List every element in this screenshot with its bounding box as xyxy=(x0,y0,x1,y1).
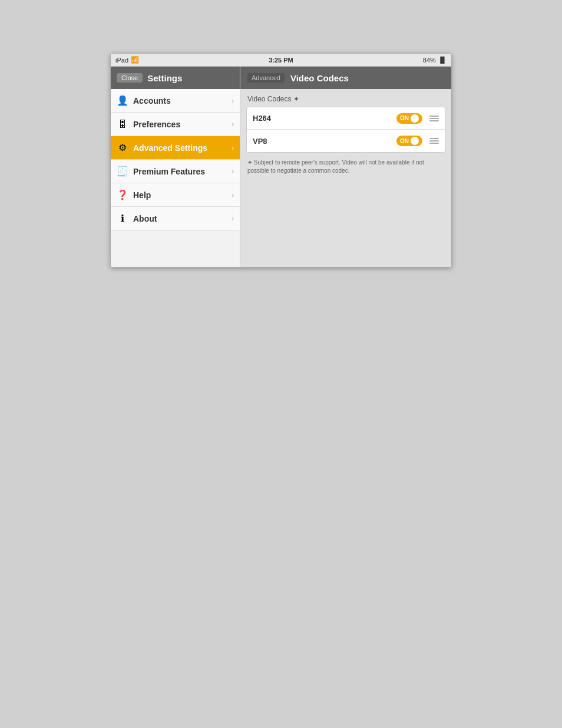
reorder-h264-icon[interactable] xyxy=(429,116,439,121)
toggle-h264[interactable]: ON xyxy=(396,113,422,124)
about-label: About xyxy=(133,214,227,223)
app-container: Close Settings 👤 Accounts › 🎛 Preference… xyxy=(111,67,451,267)
toggle-vp8-label: ON xyxy=(400,138,409,144)
sidebar-item-accounts[interactable]: 👤 Accounts › xyxy=(111,89,240,113)
advanced-settings-icon: ⚙ xyxy=(117,142,128,153)
sidebar-item-premium-features[interactable]: 🧾 Premium Features › xyxy=(111,160,240,183)
device-frame: iPad 📶 3:25 PM 84% ▐▌ Close Settings 👤 A… xyxy=(110,53,452,268)
help-icon: ❓ xyxy=(117,189,128,200)
sidebar-header: Close Settings xyxy=(111,67,240,89)
about-icon: ℹ xyxy=(117,213,128,224)
toggle-group-vp8: ON xyxy=(396,136,439,146)
toggle-vp8-circle xyxy=(411,137,419,145)
premium-features-label: Premium Features xyxy=(133,167,227,176)
toggle-group-h264: ON xyxy=(396,113,439,124)
sidebar: Close Settings 👤 Accounts › 🎛 Preference… xyxy=(111,67,240,267)
advanced-settings-label: Advanced Settings xyxy=(133,143,227,153)
breadcrumb: Advanced xyxy=(247,73,285,83)
premium-features-chevron: › xyxy=(232,167,234,176)
reorder-vp8-icon[interactable] xyxy=(429,138,439,144)
preferences-label: Preferences xyxy=(133,120,227,129)
sidebar-item-advanced-settings[interactable]: ⚙ Advanced Settings › xyxy=(111,136,240,160)
wifi-icon: 📶 xyxy=(131,56,139,64)
preferences-chevron: › xyxy=(232,120,234,129)
codec-list: H264 ON xyxy=(246,107,445,153)
advanced-settings-chevron: › xyxy=(232,144,234,152)
content-body: Video Codecs ✦ H264 ON xyxy=(240,89,451,267)
toggle-h264-label: ON xyxy=(400,115,409,121)
codec-footnote: ✦ Subject to remote peer's support. Vide… xyxy=(246,159,445,175)
content-panel: Advanced Video Codecs Video Codecs ✦ H26… xyxy=(240,67,451,267)
accounts-label: Accounts xyxy=(133,96,227,106)
premium-features-icon: 🧾 xyxy=(117,166,128,177)
battery-icon: ▐▌ xyxy=(438,57,447,63)
codec-row-vp8: VP8 ON xyxy=(247,130,445,152)
sidebar-item-help[interactable]: ❓ Help › xyxy=(111,183,240,207)
help-label: Help xyxy=(133,190,227,200)
toggle-h264-circle xyxy=(411,114,419,123)
about-chevron: › xyxy=(232,215,234,223)
status-left: iPad 📶 xyxy=(115,56,139,64)
sidebar-item-about[interactable]: ℹ About › xyxy=(111,207,240,230)
accounts-icon: 👤 xyxy=(117,95,128,106)
toggle-vp8[interactable]: ON xyxy=(396,136,422,146)
sidebar-title: Settings xyxy=(147,73,182,83)
codec-row-h264: H264 ON xyxy=(247,107,445,130)
section-header: Video Codecs ✦ xyxy=(246,95,445,103)
preferences-icon: 🎛 xyxy=(117,119,128,130)
status-time: 3:25 PM xyxy=(269,57,293,64)
codec-name-h264: H264 xyxy=(253,114,396,123)
content-title: Video Codecs xyxy=(290,73,349,83)
device-label: iPad xyxy=(115,57,128,64)
codec-name-vp8: VP8 xyxy=(253,137,396,146)
content-header: Advanced Video Codecs xyxy=(240,67,451,89)
help-chevron: › xyxy=(232,191,234,199)
status-bar: iPad 📶 3:25 PM 84% ▐▌ xyxy=(111,54,451,67)
battery-pct: 84% xyxy=(423,57,436,64)
sidebar-item-preferences[interactable]: 🎛 Preferences › xyxy=(111,113,240,136)
accounts-chevron: › xyxy=(232,97,234,105)
status-right: 84% ▐▌ xyxy=(423,57,447,64)
close-button[interactable]: Close xyxy=(117,73,143,83)
